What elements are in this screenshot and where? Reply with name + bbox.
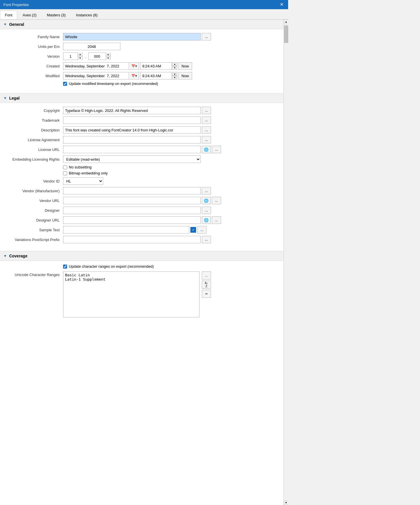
general-section-header[interactable]: ▼ General xyxy=(0,20,284,29)
license-url-input[interactable] xyxy=(63,146,201,153)
scrollbar-thumb[interactable] xyxy=(284,26,288,43)
version-minor-down[interactable]: ▼ xyxy=(106,56,110,60)
close-button[interactable]: ✕ xyxy=(279,2,285,7)
created-time-up[interactable]: ▲ xyxy=(172,63,177,66)
designer-input[interactable] xyxy=(63,207,201,214)
unicode-browse-button[interactable]: ... xyxy=(202,271,211,279)
designer-url-field: 🌐 ... xyxy=(63,216,284,224)
coverage-section: ▼ Coverage Update character ranges on ex… xyxy=(0,251,284,323)
coverage-chevron-icon: ▼ xyxy=(3,254,7,258)
titlebar: Font Properties ✕ xyxy=(0,0,288,9)
sample-text-label: Sample Text xyxy=(0,228,63,232)
family-name-browse-button[interactable]: ... xyxy=(202,33,211,40)
created-date-picker-button[interactable]: 📅▾ xyxy=(130,62,139,70)
vendor-manufacturer-label: Vendor (Manufacturer) xyxy=(0,189,63,193)
license-url-browse-button[interactable]: ... xyxy=(212,146,221,153)
scrollbar-down-arrow[interactable]: ▼ xyxy=(284,500,288,505)
modified-date-input[interactable] xyxy=(63,72,129,79)
version-major-input[interactable] xyxy=(63,53,78,60)
created-time-spinners: ▲ ▼ xyxy=(172,62,177,70)
update-modified-label[interactable]: Update modified timestamp on export (rec… xyxy=(69,81,158,86)
modified-time-input[interactable] xyxy=(140,72,172,79)
legal-section: ▼ Legal Copyright ... Trademark xyxy=(0,93,284,249)
created-date-input[interactable] xyxy=(63,62,129,70)
family-name-input[interactable] xyxy=(63,33,201,40)
created-time-input[interactable] xyxy=(140,62,172,70)
no-subsetting-label[interactable]: No subsetting xyxy=(69,165,92,169)
designer-browse-button[interactable]: ... xyxy=(202,207,211,214)
license-agreement-browse-button[interactable]: ... xyxy=(202,136,211,143)
trademark-input[interactable] xyxy=(63,116,201,124)
designer-url-input[interactable] xyxy=(63,216,201,224)
tab-axes[interactable]: Axes (2) xyxy=(18,11,41,19)
bitmap-embedding-checkbox[interactable] xyxy=(63,171,67,175)
trademark-browse-button[interactable]: ... xyxy=(202,116,211,124)
designer-url-globe-button[interactable]: 🌐 xyxy=(202,216,211,224)
description-browse-button[interactable]: ... xyxy=(202,126,211,134)
sample-text-browse-button[interactable]: ... xyxy=(197,226,206,234)
vendor-manufacturer-input[interactable] xyxy=(63,187,201,195)
vendor-url-label: Vendor URL xyxy=(0,199,63,203)
version-major-down[interactable]: ▼ xyxy=(78,56,82,60)
unicode-ranges-row: Unicode Character Ranges Basic Latin Lat… xyxy=(0,271,284,317)
modified-now-button[interactable]: Now xyxy=(178,72,192,79)
vendor-manufacturer-browse-button[interactable]: ... xyxy=(202,187,211,195)
legal-section-header[interactable]: ▼ Legal xyxy=(0,93,284,103)
version-major-arrows: ▲ ▼ xyxy=(78,53,82,60)
update-unicode-label[interactable]: Update character ranges on export (recom… xyxy=(69,264,154,269)
license-agreement-label: License Agreement xyxy=(0,138,63,142)
tab-masters[interactable]: Masters (3) xyxy=(42,11,71,19)
modified-date-picker-button[interactable]: 📅▾ xyxy=(130,72,139,79)
license-url-row: License URL 🌐 ... xyxy=(0,145,284,154)
version-major-up[interactable]: ▲ xyxy=(78,53,82,56)
vendor-url-input[interactable] xyxy=(63,197,201,204)
modified-time-down[interactable]: ▼ xyxy=(172,76,177,79)
license-agreement-input[interactable] xyxy=(63,136,201,143)
embedding-select[interactable]: Editable (read-write) xyxy=(63,156,201,163)
version-minor-input[interactable] xyxy=(89,53,106,60)
sample-text-checkbox-icon[interactable]: ✓ xyxy=(190,227,196,233)
designer-url-browse-button[interactable]: ... xyxy=(212,216,221,224)
tab-instances[interactable]: Instances (8) xyxy=(71,11,102,19)
vendor-manufacturer-field: ... xyxy=(63,187,284,195)
vendor-id-select[interactable]: HL xyxy=(63,177,103,185)
sample-text-input[interactable] xyxy=(63,226,189,234)
modified-time-spinners: ▲ ▼ xyxy=(172,72,177,79)
copyright-input[interactable] xyxy=(63,107,201,114)
version-inputs: ▲ ▼ . ▲ ▼ xyxy=(63,53,111,60)
general-content: Family Name ... Units per Em xyxy=(0,29,284,91)
units-per-em-row: Units per Em xyxy=(0,42,284,50)
unicode-sort-button[interactable]: A↓Z xyxy=(202,281,211,289)
unicode-ranges-textarea[interactable]: Basic Latin Latin-1 Supplement xyxy=(63,271,200,317)
description-row: Description ... xyxy=(0,126,284,134)
license-url-globe-button[interactable]: 🌐 xyxy=(202,146,211,153)
variations-postscript-browse-button[interactable]: ... xyxy=(202,236,211,243)
vendor-id-row: Vendor ID HL xyxy=(0,177,284,185)
units-per-em-input[interactable] xyxy=(63,43,120,50)
update-unicode-checkbox[interactable] xyxy=(63,265,67,269)
unicode-ranges-field: Basic Latin Latin-1 Supplement ... A↓Z ✏ xyxy=(63,271,284,317)
tab-bar: Font Axes (2) Masters (3) Instances (8) xyxy=(0,9,288,20)
bitmap-embedding-label[interactable]: Bitmap embedding only xyxy=(69,171,108,175)
unicode-edit-button[interactable]: ✏ xyxy=(202,290,211,298)
created-now-button[interactable]: Now xyxy=(178,62,192,70)
version-major-spinner: ▲ ▼ xyxy=(63,53,83,60)
coverage-section-header[interactable]: ▼ Coverage xyxy=(0,251,284,261)
copyright-browse-button[interactable]: ... xyxy=(202,107,211,114)
vendor-url-browse-button[interactable]: ... xyxy=(212,197,221,204)
variations-postscript-input[interactable] xyxy=(63,236,201,243)
version-minor-arrows: ▲ ▼ xyxy=(106,53,110,60)
scrollbar-up-arrow[interactable]: ▲ xyxy=(284,20,288,24)
vendor-url-globe-button[interactable]: 🌐 xyxy=(202,197,211,204)
tab-font[interactable]: Font xyxy=(0,11,17,19)
modified-time-up[interactable]: ▲ xyxy=(172,72,177,76)
version-minor-up[interactable]: ▲ xyxy=(106,53,110,56)
no-subsetting-checkbox[interactable] xyxy=(63,165,67,169)
update-modified-checkbox[interactable] xyxy=(63,82,67,86)
description-input[interactable] xyxy=(63,126,201,134)
designer-field: ... xyxy=(63,207,284,214)
created-row: Created 📅▾ ▲ ▼ xyxy=(0,62,284,70)
scrollbar[interactable]: ▲ ▼ xyxy=(284,20,288,505)
created-time-down[interactable]: ▼ xyxy=(172,66,177,69)
license-url-field: 🌐 ... xyxy=(63,146,284,153)
